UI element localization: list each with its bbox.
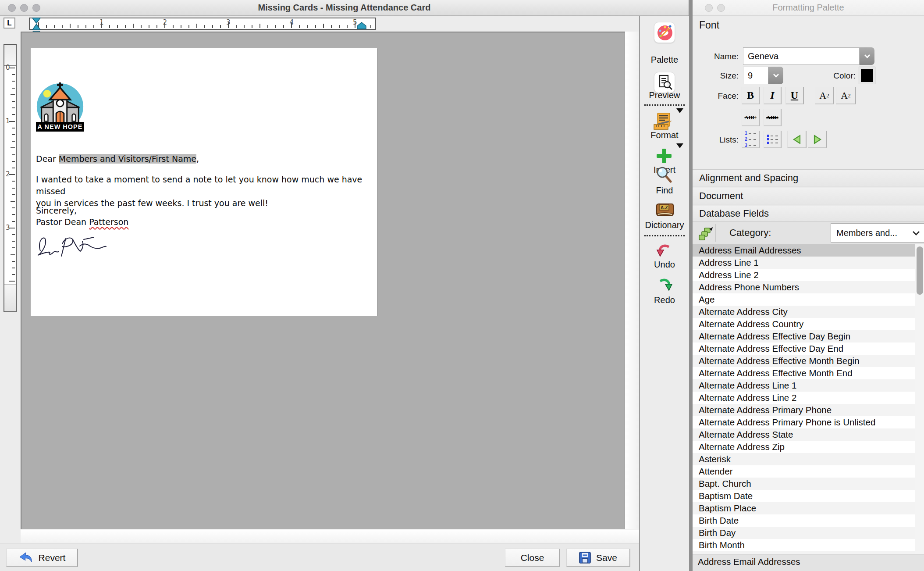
chevron-down-icon [864, 54, 871, 58]
subscript-button[interactable]: A2 [836, 87, 856, 104]
font-size-dropdown-button[interactable] [768, 67, 783, 84]
increase-indent-button[interactable] [808, 131, 827, 148]
close-button[interactable]: Close [505, 549, 560, 567]
italic-button[interactable]: I [764, 87, 782, 104]
alignment-section-header[interactable]: Alignment and Spacing [693, 169, 924, 186]
palette-titlebar[interactable]: Formatting Palette [693, 0, 924, 16]
first-line-indent-marker[interactable] [32, 18, 41, 24]
database-fields-icon[interactable] [698, 227, 713, 241]
svg-text:A-Z: A-Z [661, 205, 668, 210]
field-row[interactable]: Birth Date [693, 514, 915, 527]
preview-icon[interactable] [654, 72, 675, 93]
font-size-value: 9 [748, 71, 753, 81]
toolbar-preview-label[interactable]: Preview [640, 90, 689, 100]
underline-button[interactable]: U [785, 87, 804, 104]
left-indent-marker[interactable] [32, 24, 41, 30]
insert-icon[interactable] [657, 148, 672, 164]
field-row[interactable]: Birth Month [693, 539, 915, 551]
database-fields-list[interactable]: Address Email AddressesAddress Line 1Add… [693, 244, 915, 554]
field-row[interactable]: Address Email Addresses [693, 244, 915, 257]
category-label: Category: [729, 227, 771, 239]
field-row[interactable]: Address Line 1 [693, 257, 915, 269]
document-vertical-scrollbar[interactable] [625, 32, 639, 529]
merge-field[interactable]: Members and Visitors/First Name [59, 154, 196, 164]
document-section-header[interactable]: Document [693, 188, 924, 204]
signature-image [34, 232, 115, 262]
field-row[interactable]: Address Line 2 [693, 269, 915, 281]
field-row[interactable]: Alternate Address Effective Day End [693, 343, 915, 355]
field-row[interactable]: Alternate Address Zip [693, 441, 915, 453]
right-indent-marker[interactable] [357, 22, 366, 29]
toolbar-palette-label[interactable]: Palette [640, 55, 689, 65]
font-size-field[interactable]: 9 [743, 67, 768, 84]
dictionary-icon[interactable]: A-Z [654, 202, 675, 218]
face-label: Face: [695, 91, 739, 101]
find-icon[interactable] [655, 166, 674, 184]
field-row[interactable]: Alternate Address Effective Month End [693, 367, 915, 379]
field-row[interactable]: Alternate Address State [693, 428, 915, 441]
palette-icon[interactable] [654, 22, 675, 43]
field-row[interactable]: Alternate Address City [693, 306, 915, 318]
vertical-ruler[interactable]: 0123 [4, 44, 17, 312]
tab-stop-selector[interactable]: L [4, 18, 15, 29]
main-titlebar[interactable]: Missing Cards - Missing Attendance Card [0, 0, 689, 16]
font-name-dropdown-button[interactable] [860, 47, 874, 65]
format-dropdown-arrow[interactable] [676, 108, 683, 113]
field-row[interactable]: Age [693, 293, 915, 306]
double-strikethrough-button[interactable]: ABC [764, 109, 782, 126]
field-row[interactable]: Alternate Address Line 1 [693, 379, 915, 392]
redo-icon[interactable] [656, 278, 673, 292]
format-icon[interactable] [653, 112, 676, 131]
field-row[interactable]: Bapt. Church [693, 478, 915, 490]
revert-button[interactable]: Revert [6, 549, 78, 567]
bulleted-list-button[interactable] [764, 131, 782, 148]
save-button[interactable]: Save [566, 549, 630, 567]
screen: Missing Cards - Missing Attendance Card … [0, 0, 924, 571]
vertical-ruler-top-cap [4, 45, 16, 66]
insert-dropdown-arrow[interactable] [676, 143, 683, 148]
superscript-button[interactable]: A2 [815, 87, 834, 104]
field-row[interactable]: Alternate Address Primary Phone is Unlis… [693, 416, 915, 428]
category-value: Members and... [836, 228, 897, 238]
field-row[interactable]: Baptism Place [693, 502, 915, 514]
horizontal-ruler[interactable]: 12345 [29, 18, 376, 30]
logo-banner: A NEW HOPE [36, 122, 84, 132]
field-row[interactable]: Baptism Date [693, 490, 915, 502]
font-color-swatch[interactable] [859, 67, 875, 84]
numbered-list-button[interactable]: 1 2 3 [742, 131, 760, 148]
toolbar-find-label[interactable]: Find [640, 186, 689, 196]
font-section-header[interactable]: Font [699, 19, 719, 31]
field-row[interactable]: Birth Day [693, 527, 915, 539]
field-row[interactable]: Address Phone Numbers [693, 281, 915, 293]
field-row[interactable]: Alternate Address Country [693, 318, 915, 330]
document-canvas[interactable]: A NEW HOPE Dear Members and Visitors/Fir… [21, 32, 625, 529]
field-row[interactable]: Alternate Address Effective Month Begin [693, 355, 915, 367]
font-name-field[interactable]: Geneva [743, 47, 860, 65]
close-label: Close [521, 553, 544, 563]
field-row[interactable]: Alternate Address Line 2 [693, 392, 915, 404]
database-fields-section-header[interactable]: Database Fields [693, 206, 924, 221]
toolbar-redo-label[interactable]: Redo [640, 295, 689, 305]
toolbar-format-label[interactable]: Format [640, 130, 689, 140]
document-horizontal-scrollbar[interactable] [21, 529, 639, 543]
undo-icon[interactable] [656, 244, 673, 258]
letter-page[interactable]: A NEW HOPE Dear Members and Visitors/Fir… [31, 48, 377, 316]
decrease-indent-button[interactable] [787, 131, 807, 148]
revert-label: Revert [39, 553, 66, 563]
toolbar-undo-label[interactable]: Undo [640, 260, 689, 270]
right-triangle-icon [813, 135, 822, 144]
fields-list-scroll-thumb[interactable] [917, 246, 923, 295]
bold-button[interactable]: B [742, 87, 760, 104]
fields-list-scrollbar[interactable] [915, 244, 924, 554]
font-name-label: Name: [695, 52, 739, 61]
field-row[interactable]: Alternate Address Primary Phone [693, 404, 915, 416]
strikethrough-button[interactable]: ABC [742, 109, 760, 126]
salutation-suffix: , [196, 154, 199, 164]
field-row[interactable]: Alternate Address Effective Day Begin [693, 330, 915, 343]
field-row[interactable]: Attender [693, 465, 915, 478]
category-dropdown[interactable]: Members and... [831, 223, 924, 243]
toolbar-dictionary-label[interactable]: Dictionary [640, 220, 689, 230]
field-row[interactable]: Asterisk [693, 453, 915, 465]
toolbar-divider [644, 104, 685, 106]
divider [715, 224, 716, 242]
